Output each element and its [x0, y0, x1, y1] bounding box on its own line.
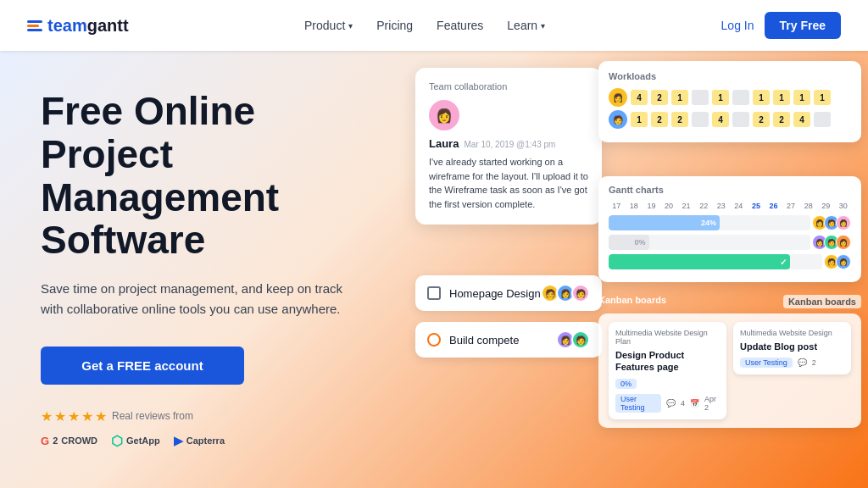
day-27: 27 [783, 202, 799, 210]
wl-cell [732, 112, 749, 127]
star-rating: ★ ★ ★ ★ ★ [41, 408, 107, 424]
nav-links: Product ▾ Pricing Features Learn ▾ [304, 19, 545, 32]
gantt-bar: 24% [609, 215, 720, 230]
gantt-bar: ✓ [609, 254, 790, 269]
kanban-task-2: Update Blog post [740, 341, 844, 352]
wl-cell: 1 [793, 90, 810, 105]
kanban-meta-2: User Testing 💬 2 [740, 358, 844, 368]
kanban-col-2: Multimedia Website Design Update Blog po… [733, 322, 851, 419]
avatar: 🧑 [609, 110, 627, 129]
wl-cell: 4 [712, 112, 729, 127]
kanban-project-1: Multimedia Website Design Plan [615, 329, 720, 346]
wl-cell: 1 [753, 90, 770, 105]
day-29: 29 [818, 202, 834, 210]
task-circle-icon[interactable] [427, 333, 441, 347]
day-19: 19 [643, 202, 659, 210]
gantt-bar-container: 0% [609, 235, 810, 250]
wl-cell [814, 112, 831, 127]
day-22: 22 [696, 202, 712, 210]
kanban-item-1: Multimedia Website Design Plan Design Pr… [609, 322, 726, 419]
avatar: 👩 [836, 254, 851, 269]
wl-cell [692, 112, 709, 127]
kanban-date-1: Apr 2 [704, 395, 720, 412]
wl-cell: 1 [631, 112, 648, 127]
gantt-days: 17 18 19 20 21 22 23 24 25 26 27 28 29 3… [609, 202, 851, 210]
gantt-row-1: 24% 👩 🧑 👩 [609, 215, 851, 230]
kanban-tag-1: User Testing [615, 394, 661, 413]
wl-cell: 2 [651, 90, 668, 105]
day-30: 30 [836, 202, 851, 210]
star-5: ★ [95, 408, 107, 424]
wl-cell [692, 90, 709, 105]
gantt-title: Gantt charts [609, 185, 851, 195]
star-4: ★ [81, 408, 93, 424]
kanban-col-1: Multimedia Website Design Plan Design Pr… [609, 322, 726, 419]
try-free-button[interactable]: Try Free [765, 12, 841, 39]
kanban-meta-1: User Testing 💬 4 📅 Apr 2 [615, 394, 720, 413]
wl-cell: 2 [773, 112, 790, 127]
nav-features[interactable]: Features [437, 19, 483, 32]
nav-actions: Log In Try Free [721, 12, 841, 39]
kanban-project-2: Multimedia Website Design [740, 329, 844, 337]
logo[interactable]: teamgantt [27, 16, 129, 36]
nav-pricing[interactable]: Pricing [376, 19, 413, 32]
kanban-item-2: Multimedia Website Design Update Blog po… [733, 322, 851, 374]
kanban-card: Kanban boards Multimedia Website Design … [598, 313, 861, 428]
gantt-bar-container: 24% [609, 215, 810, 230]
hero-left: Free Online Project Management Software … [0, 51, 407, 488]
wl-cell: 2 [671, 112, 688, 127]
login-button[interactable]: Log In [721, 19, 754, 32]
kanban-comments-2: 2 [812, 358, 816, 367]
day-28: 28 [800, 202, 816, 210]
day-24: 24 [731, 202, 747, 210]
review-text: Real reviews from [112, 410, 193, 422]
cta-button[interactable]: Get a FREE account [41, 347, 244, 385]
kanban-task-1: Design Product Features page [615, 349, 720, 374]
gantt-row-2: 0% 👩 🧑 👩 [609, 235, 851, 250]
collab-card: Team collaboration 👩 Laura Mar 10, 2019 … [415, 68, 602, 225]
wl-cell: 4 [793, 112, 810, 127]
checkmark-icon: ✓ [780, 258, 787, 267]
review-sources: G 2 CROWD ⬡ GetApp ▶ Capterra [41, 433, 380, 449]
gantt-card: Gantt charts 17 18 19 20 21 22 23 24 25 … [598, 176, 861, 282]
workloads-card: Workloads 👩 4 2 1 1 1 1 1 1 🧑 1 2 2 [598, 61, 861, 142]
calendar-icon: 📅 [690, 399, 699, 408]
wl-cell: 1 [712, 90, 729, 105]
nav-learn[interactable]: Learn ▾ [507, 19, 545, 32]
day-17: 17 [609, 202, 625, 210]
wl-cell: 2 [651, 112, 668, 127]
task-build: Build compete 👩 🧑 [415, 322, 602, 358]
avatar: 👩 [609, 88, 627, 107]
gantt-bar-container: ✓ [609, 254, 822, 269]
wl-cell: 1 [773, 90, 790, 105]
workload-row-1: 👩 4 2 1 1 1 1 1 1 [609, 88, 851, 107]
gantt-avatars: 👩 🧑 👩 [815, 215, 851, 230]
reviews-section: ★ ★ ★ ★ ★ Real reviews from G 2 CROWD ⬡ … [41, 408, 380, 449]
kanban-badge-1: 0% [615, 379, 637, 389]
hero-right: Team collaboration 👩 Laura Mar 10, 2019 … [407, 51, 868, 488]
task-checkbox[interactable] [427, 286, 441, 300]
avatar: 🧑 [571, 330, 590, 349]
gantt-row-3: ✓ 🧑 👩 [609, 254, 851, 269]
wl-cell: 4 [631, 90, 648, 105]
wl-cell: 1 [671, 90, 688, 105]
task-avatars: 🧑 👩 🧑 [544, 284, 590, 302]
wl-cell: 2 [753, 112, 770, 127]
kanban-title-label: Kanban boards [598, 295, 666, 305]
gantt-avatars: 👩 🧑 👩 [815, 235, 851, 250]
day-20: 20 [661, 202, 677, 210]
avatar: 🧑 [571, 284, 590, 302]
chevron-down-icon: ▾ [348, 21, 353, 30]
day-23: 23 [713, 202, 729, 210]
msg-author: Laura [429, 137, 459, 150]
collab-label: Team collaboration [429, 81, 588, 92]
hero-title: Free Online Project Management Software [41, 90, 380, 261]
nav-product[interactable]: Product ▾ [304, 19, 353, 32]
workloads-title: Workloads [609, 71, 851, 81]
g2crowd-logo: G 2 CROWD [41, 435, 97, 447]
day-18: 18 [626, 202, 643, 210]
comment-icon: 💬 [666, 399, 676, 408]
day-26: 26 [765, 202, 782, 210]
gantt-avatars: 🧑 👩 [827, 254, 851, 269]
msg-body: I've already started working on a wirefr… [429, 155, 588, 211]
